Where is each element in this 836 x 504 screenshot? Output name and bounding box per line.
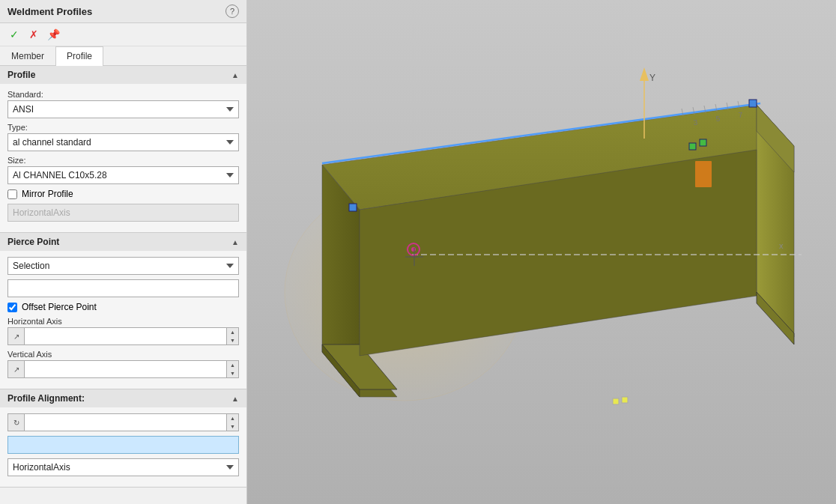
- help-icon[interactable]: ?: [225, 4, 239, 18]
- alignment-angle-spin-up[interactable]: ▲: [227, 414, 238, 422]
- alignment-chevron-icon: ▲: [231, 395, 239, 403]
- svg-rect-37: [622, 397, 628, 403]
- standard-label: Standard:: [7, 90, 239, 99]
- standard-field: Standard: ANSI: [7, 90, 239, 118]
- mirror-profile-label: Mirror Profile: [22, 189, 73, 199]
- pierce-selection-select[interactable]: Selection: [7, 257, 239, 275]
- horiz-axis-input[interactable]: 1.93338014in: [25, 328, 226, 344]
- offset-pierce-row: Offset Pierce Point: [7, 302, 239, 312]
- horiz-axis-icon: ↗: [8, 328, 25, 344]
- standard-select[interactable]: ANSI: [7, 100, 239, 118]
- svg-text:x: x: [779, 241, 784, 250]
- profile-section-title: Profile: [7, 70, 35, 80]
- pierce-section-body: Selection Point1@Sketch13 Offset Pierce …: [0, 251, 246, 389]
- reject-button[interactable]: ✗: [25, 26, 42, 43]
- tab-profile[interactable]: Profile: [55, 46, 103, 66]
- pierce-section: Pierce Point ▲ Selection Point1@Sketch13…: [0, 233, 246, 389]
- accept-button[interactable]: ✓: [6, 26, 22, 43]
- toolbar: ✓ ✗ 📌: [0, 23, 246, 46]
- alignment-angle-wrapper: ↻ 0.00deg ▲ ▼: [7, 413, 239, 431]
- alignment-highlight-input[interactable]: [7, 436, 239, 454]
- tab-member[interactable]: Member: [0, 46, 55, 65]
- pin-button[interactable]: 📌: [45, 26, 61, 43]
- alignment-section-header[interactable]: Profile Alignment: ▲: [0, 389, 246, 407]
- alignment-angle-field: ↻ 0.00deg ▲ ▼: [7, 413, 239, 431]
- pierce-section-title: Pierce Point: [7, 237, 59, 247]
- profile-chevron-icon: ▲: [231, 71, 239, 79]
- svg-point-30: [411, 247, 416, 252]
- vert-axis-spin-up[interactable]: ▲: [227, 361, 238, 369]
- svg-rect-32: [700, 139, 706, 146]
- svg-rect-31: [689, 143, 696, 150]
- size-select[interactable]: Al CHANNEL C10x5.28: [7, 166, 239, 184]
- selection-field: Selection: [7, 257, 239, 275]
- right-panel: Y x 3 5 7: [247, 0, 836, 504]
- alignment-section: Profile Alignment: ▲ ↻ 0.00deg ▲ ▼: [0, 389, 246, 488]
- type-field: Type: al channel standard: [7, 123, 239, 151]
- alignment-angle-icon: ↻: [8, 414, 25, 431]
- type-select[interactable]: al channel standard: [7, 133, 239, 151]
- profile-axis-field: HorizontalAxis: [7, 204, 239, 222]
- point-input[interactable]: Point1@Sketch13: [7, 279, 239, 297]
- type-label: Type:: [7, 123, 239, 132]
- horiz-axis-field: Horizontal Axis ↗ 1.93338014in ▲ ▼: [7, 317, 239, 345]
- mirror-profile-row: Mirror Profile: [7, 189, 239, 199]
- alignment-angle-spin-down[interactable]: ▼: [227, 422, 238, 431]
- 3d-scene: Y x 3 5 7: [247, 0, 836, 504]
- left-panel: Weldment Profiles ? ✓ ✗ 📌 Member Profile…: [0, 0, 247, 504]
- alignment-angle-input[interactable]: 0.00deg: [25, 414, 226, 431]
- alignment-axis-select[interactable]: HorizontalAxis: [7, 458, 239, 476]
- vert-axis-label: Vertical Axis: [7, 350, 239, 359]
- svg-rect-28: [349, 204, 357, 211]
- profile-section-body: Standard: ANSI Type: al channel standard…: [0, 84, 246, 232]
- profile-section: Profile ▲ Standard: ANSI Type: al channe…: [0, 66, 246, 233]
- size-label: Size:: [7, 156, 239, 165]
- alignment-axis-field: HorizontalAxis: [7, 458, 239, 476]
- svg-text:Y: Y: [649, 73, 655, 83]
- offset-pierce-checkbox[interactable]: [7, 303, 17, 312]
- vert-axis-field: Vertical Axis ↗ 0.000in ▲ ▼: [7, 350, 239, 378]
- alignment-section-body: ↻ 0.00deg ▲ ▼ HorizontalAxis: [0, 407, 246, 487]
- vert-axis-input[interactable]: 0.000in: [25, 361, 226, 377]
- horiz-axis-spin-down[interactable]: ▼: [227, 336, 238, 344]
- size-field: Size: Al CHANNEL C10x5.28: [7, 156, 239, 184]
- svg-rect-27: [749, 100, 757, 107]
- vert-axis-spin-down[interactable]: ▼: [227, 369, 238, 377]
- tab-bar: Member Profile: [0, 46, 246, 66]
- viewport: Y x 3 5 7: [247, 0, 836, 504]
- pierce-chevron-icon: ▲: [231, 238, 239, 246]
- point-field: Point1@Sketch13: [7, 279, 239, 297]
- svg-rect-36: [613, 398, 619, 404]
- profile-axis-select[interactable]: HorizontalAxis: [7, 204, 239, 222]
- vert-axis-input-wrapper: ↗ 0.000in ▲ ▼: [7, 360, 239, 378]
- svg-rect-33: [695, 161, 712, 187]
- panel-header: Weldment Profiles ?: [0, 0, 246, 23]
- alignment-angle-spinners: ▲ ▼: [226, 414, 238, 431]
- horiz-axis-spinners: ▲ ▼: [226, 328, 238, 344]
- alignment-section-title: Profile Alignment:: [7, 393, 85, 404]
- horiz-axis-label: Horizontal Axis: [7, 317, 239, 326]
- pierce-section-header[interactable]: Pierce Point ▲: [0, 233, 246, 251]
- panel-title: Weldment Profiles: [7, 6, 92, 17]
- vert-axis-spinners: ▲ ▼: [226, 361, 238, 377]
- horiz-axis-spin-up[interactable]: ▲: [227, 328, 238, 336]
- horiz-axis-input-wrapper: ↗ 1.93338014in ▲ ▼: [7, 327, 239, 345]
- mirror-profile-checkbox[interactable]: [7, 189, 17, 199]
- offset-pierce-label: Offset Pierce Point: [22, 302, 97, 312]
- profile-section-header[interactable]: Profile ▲: [0, 66, 246, 84]
- alignment-highlight-field: [7, 436, 239, 454]
- vert-axis-icon: ↗: [8, 361, 25, 377]
